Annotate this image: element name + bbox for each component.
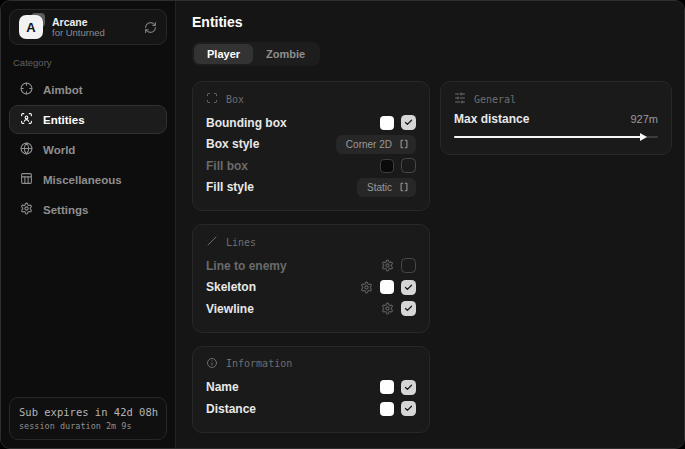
app-header-card: A Arcane for Unturned [9,9,167,45]
sidebar-item-label: World [43,144,75,156]
crosshair-icon [20,82,33,97]
grid-icon [20,172,33,187]
logo-letter: A [19,15,43,39]
category-label: Category [13,57,163,68]
color-swatch[interactable] [380,280,394,294]
color-swatch[interactable] [380,402,394,416]
row-max-distance: Max distance 927m [454,112,658,126]
box-card-header: Box [206,92,416,106]
fill-style-dropdown[interactable]: Static [357,178,416,197]
information-card-header: Information [206,357,416,371]
tab-zombie[interactable]: Zombie [253,44,318,64]
general-card-header: General [454,92,658,106]
row-label: Bounding box [206,116,287,130]
row-label: Fill box [206,159,248,173]
slider-thumb[interactable] [640,133,647,141]
main-panel: Entities Player Zombie Box Bounding box [176,1,684,448]
row-distance: Distance [206,398,416,420]
app-logo: A [19,15,43,39]
dropdown-value: Static [367,182,392,193]
row-label: Skeleton [206,280,256,294]
left-column: Box Bounding box Box style Corne [192,81,430,433]
row-viewline: Viewline [206,298,416,320]
row-fill-style: Fill style Static [206,177,416,199]
skeleton-checkbox[interactable] [401,280,416,295]
sub-expiry-text: Sub expires in 42d 08h [19,406,157,418]
scan-box-icon [206,92,218,106]
sidebar-item-label: Miscellaneous [43,174,122,186]
row-bounding-box: Bounding box [206,112,416,134]
row-label: Line to enemy [206,259,287,273]
general-card: General Max distance 927m [440,81,672,155]
line-to-enemy-settings-icon[interactable] [381,259,394,272]
row-line-to-enemy: Line to enemy [206,255,416,277]
row-label: Viewline [206,302,254,316]
row-label: Name [206,380,239,394]
color-swatch[interactable] [380,159,394,173]
color-swatch[interactable] [380,116,394,130]
sidebar-item-world[interactable]: World [9,135,167,164]
slider-fill [454,136,644,138]
app-subtitle: for Unturned [52,28,105,39]
max-distance-slider[interactable] [454,132,658,142]
sidebar-item-aimbot[interactable]: Aimbot [9,75,167,104]
scan-person-icon [20,112,33,127]
name-checkbox[interactable] [401,380,416,395]
information-card: Information Name Distance [192,346,430,433]
distance-checkbox[interactable] [401,401,416,416]
row-label: Max distance [454,112,529,126]
page-title: Entities [192,14,672,30]
card-title: Information [226,358,292,369]
app-titles: Arcane for Unturned [52,16,105,39]
row-label: Fill style [206,180,254,194]
row-name: Name [206,377,416,399]
card-title: General [474,94,516,105]
sidebar-item-settings[interactable]: Settings [9,195,167,224]
session-duration-text: session duration 2m 9s [19,421,157,431]
sidebar-item-miscellaneous[interactable]: Miscellaneous [9,165,167,194]
diagonal-line-icon [206,235,218,249]
sliders-icon [454,92,466,106]
lines-card-header: Lines [206,235,416,249]
sidebar-item-label: Aimbot [43,84,83,96]
row-label: Distance [206,402,256,416]
tab-player[interactable]: Player [194,44,253,64]
viewline-checkbox[interactable] [401,301,416,316]
color-swatch[interactable] [380,380,394,394]
sidebar-item-label: Settings [43,204,88,216]
fill-box-checkbox[interactable] [401,158,416,173]
row-fill-box: Fill box [206,155,416,177]
max-distance-value: 927m [630,113,658,125]
lines-card: Lines Line to enemy Skeleton [192,224,430,333]
entity-tabs: Player Zombie [192,42,320,66]
row-skeleton: Skeleton [206,277,416,299]
skeleton-settings-icon[interactable] [360,281,373,294]
content-area: Box Bounding box Box style Corne [192,81,672,433]
sidebar-item-label: Entities [43,114,85,126]
box-card: Box Bounding box Box style Corne [192,81,430,211]
line-to-enemy-checkbox[interactable] [401,258,416,273]
gear-icon [20,202,33,217]
app-name: Arcane [52,16,105,28]
dropdown-value: Corner 2D [346,139,392,150]
app-window: A Arcane for Unturned Category Aimbot En… [0,0,685,449]
row-label: Box style [206,137,259,151]
card-title: Box [226,94,244,105]
info-icon [206,357,218,371]
globe-icon [20,142,33,157]
brackets-icon [399,178,409,196]
sidebar-nav: Aimbot Entities World Miscellaneous Sett… [9,75,167,224]
viewline-settings-icon[interactable] [381,302,394,315]
box-style-dropdown[interactable]: Corner 2D [336,135,416,154]
bounding-box-checkbox[interactable] [401,115,416,130]
row-box-style: Box style Corner 2D [206,134,416,156]
refresh-icon[interactable] [144,21,157,34]
card-title: Lines [226,237,256,248]
brackets-icon [399,135,409,153]
sidebar: A Arcane for Unturned Category Aimbot En… [1,1,176,448]
right-column: General Max distance 927m [440,81,672,155]
sidebar-item-entities[interactable]: Entities [9,105,167,134]
subscription-info-box: Sub expires in 42d 08h session duration … [9,397,167,440]
